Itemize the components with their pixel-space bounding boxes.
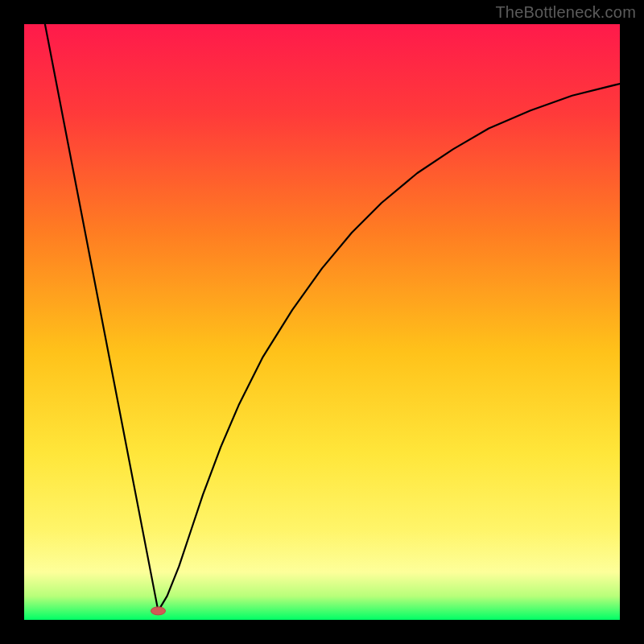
chart-frame: TheBottleneck.com [0, 0, 644, 644]
chart-plot [24, 24, 620, 620]
watermark-text: TheBottleneck.com [495, 3, 636, 22]
chart-background [24, 24, 620, 620]
bottleneck-marker [151, 607, 166, 615]
